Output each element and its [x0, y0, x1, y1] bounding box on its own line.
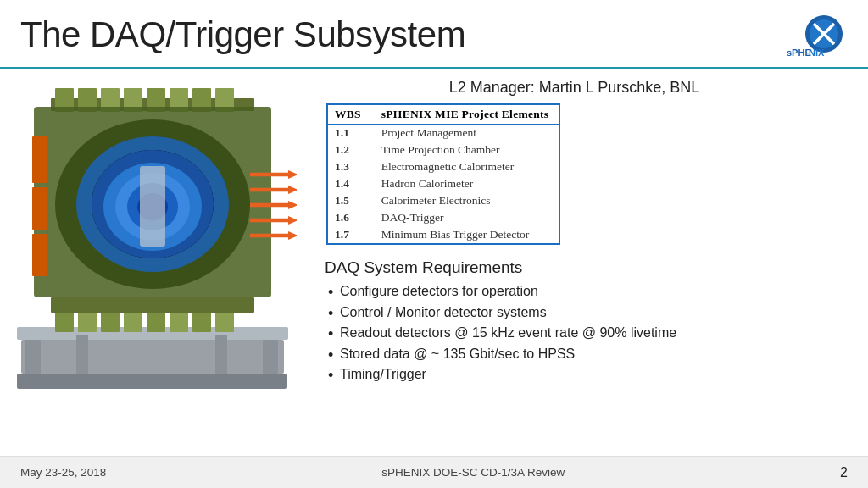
wbs-name-cell: Electromagnetic Calorimeter: [375, 158, 559, 175]
footer-center-text: sPHENIX DOE-SC CD-1/3A Review: [106, 466, 840, 479]
svg-rect-43: [51, 297, 254, 313]
wbs-cell: 1.1: [328, 125, 375, 142]
wbs-name-cell: Time Projection Chamber: [375, 141, 559, 158]
svg-text:sPHE: sPHE: [787, 47, 811, 58]
detector-image-panel: [8, 81, 309, 448]
wbs-col-header: WBS: [328, 105, 375, 125]
svg-rect-33: [32, 187, 47, 230]
main-content: L2 Manager: Martin L Purschke, BNL WBS s…: [0, 69, 868, 448]
list-item: Timing/Trigger: [325, 365, 848, 384]
wbs-name-col-header: sPHENIX MIE Project Elements: [375, 105, 559, 125]
svg-marker-45: [288, 170, 297, 179]
slide-title: The DAQ/Trigger Subsystem: [20, 15, 465, 54]
wbs-cell: 1.2: [328, 141, 375, 158]
slide-header: The DAQ/Trigger Subsystem sPHE NIX: [0, 0, 868, 69]
wbs-name-cell: Project Management: [375, 125, 559, 142]
wbs-table: WBS sPHENIX MIE Project Elements 1.1Proj…: [328, 105, 559, 243]
wbs-name-cell: Hadron Calorimeter: [375, 175, 559, 192]
manager-label: L2 Manager: Martin L Purschke, BNL: [318, 79, 848, 97]
svg-marker-51: [288, 216, 297, 225]
svg-rect-34: [32, 234, 47, 276]
svg-marker-49: [288, 201, 297, 209]
table-row: 1.6DAQ-Trigger: [328, 209, 559, 226]
table-row: 1.3Electromagnetic Calorimeter: [328, 158, 559, 175]
svg-rect-7: [21, 340, 284, 374]
wbs-name-cell: DAQ-Trigger: [375, 209, 559, 226]
list-item: Control / Monitor detector systems: [325, 303, 848, 322]
svg-marker-47: [288, 186, 297, 194]
table-row: 1.7Minimum Bias Trigger Detector: [328, 226, 559, 243]
slide-footer: May 23-25, 2018 sPHENIX DOE-SC CD-1/3A R…: [0, 456, 868, 488]
svg-marker-53: [288, 231, 297, 240]
list-item: Configure detectors for operation: [325, 282, 848, 301]
svg-rect-12: [17, 374, 287, 389]
footer-date: May 23-25, 2018: [20, 466, 106, 479]
table-row: 1.4Hadron Calorimeter: [328, 175, 559, 192]
page-number: 2: [840, 465, 848, 480]
list-item: Readout detectors @ 15 kHz event rate @ …: [325, 324, 848, 342]
right-panel: L2 Manager: Martin L Purschke, BNL WBS s…: [309, 77, 848, 448]
wbs-cell: 1.3: [328, 158, 375, 175]
wbs-cell: 1.5: [328, 192, 375, 209]
list-item: Stored data @ ~ 135 Gbit/sec to HPSS: [325, 345, 848, 363]
detector-svg: [8, 81, 297, 395]
wbs-name-cell: Minimum Bias Trigger Detector: [375, 226, 559, 243]
wbs-table-container: WBS sPHENIX MIE Project Elements 1.1Proj…: [326, 103, 560, 245]
requirements-title: DAQ System Requirements: [325, 258, 848, 277]
wbs-name-cell: Calorimeter Electronics: [375, 192, 559, 209]
wbs-cell: 1.6: [328, 209, 375, 226]
table-row: 1.5Calorimeter Electronics: [328, 192, 559, 209]
table-row: 1.2Time Projection Chamber: [328, 141, 559, 158]
sphenix-logo: sPHE NIX: [771, 15, 848, 62]
requirements-list: Configure detectors for operationControl…: [325, 282, 848, 384]
table-row: 1.1Project Management: [328, 125, 559, 142]
svg-text:NIX: NIX: [809, 47, 825, 58]
wbs-cell: 1.4: [328, 175, 375, 192]
svg-rect-31: [140, 166, 165, 247]
svg-rect-32: [32, 136, 47, 183]
wbs-cell: 1.7: [328, 226, 375, 243]
